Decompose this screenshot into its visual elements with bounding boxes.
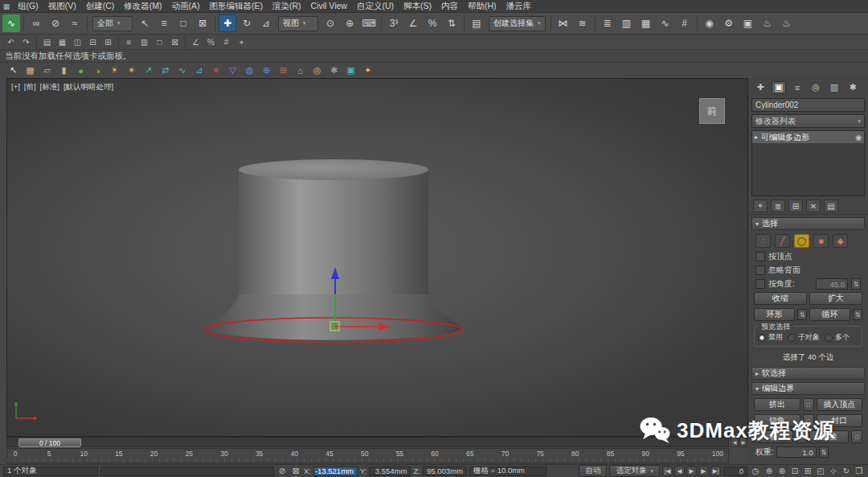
time-config-icon[interactable]: ◷: [750, 466, 761, 476]
next-frame-icon[interactable]: ▶: [698, 466, 709, 476]
y-coordinate-field[interactable]: 3.554mm: [369, 467, 411, 476]
gear-icon[interactable]: ✱: [327, 64, 341, 76]
go-to-start-icon[interactable]: |◀: [662, 466, 673, 476]
current-frame-field[interactable]: 0: [723, 467, 747, 476]
swap-arrows-icon[interactable]: ⇄: [158, 64, 172, 76]
modifier-stack-item[interactable]: ▸ 可编辑多边形 ◉: [752, 131, 864, 143]
select-link-icon[interactable]: ∞: [27, 14, 45, 32]
sphere-icon[interactable]: ●: [74, 64, 88, 76]
show-end-result-icon[interactable]: ≣: [771, 199, 785, 212]
previous-frame-icon[interactable]: ◀: [674, 466, 685, 476]
menu-item[interactable]: 动画(A): [167, 1, 205, 12]
grid-object-icon[interactable]: ⊞: [276, 64, 290, 76]
viewport-pov-label[interactable]: [前]: [24, 82, 36, 93]
unlink-icon[interactable]: ⊘: [47, 14, 64, 32]
spinner-snap-icon[interactable]: ⇅: [443, 14, 461, 32]
menu-item[interactable]: 组(G): [13, 1, 43, 12]
rollout-soft-selection[interactable]: ▸ 软选择: [751, 367, 865, 380]
frame-icon[interactable]: □: [152, 36, 167, 48]
schematic-view-icon[interactable]: #: [676, 14, 694, 32]
go-to-end-icon[interactable]: ▶|: [710, 466, 721, 476]
max-logo-icon[interactable]: ∿: [2, 14, 20, 32]
create-tab-icon[interactable]: ✚: [753, 81, 768, 94]
cylinder-icon[interactable]: ▮: [57, 64, 71, 76]
expand-icon[interactable]: ⊞: [100, 36, 116, 48]
remove-modifier-icon[interactable]: ✕: [806, 199, 821, 212]
spline-icon[interactable]: ∿: [175, 64, 189, 76]
shrink-button[interactable]: 收缩: [754, 292, 807, 305]
preview-off-radio[interactable]: 禁用: [758, 332, 783, 343]
vertex-icon[interactable]: ∴: [755, 234, 771, 248]
ring-button[interactable]: 环形: [754, 308, 795, 321]
camera-icon[interactable]: ▣: [344, 64, 358, 76]
ribbon-panel-icon[interactable]: ▦: [55, 36, 70, 48]
hash-grid-icon[interactable]: #: [219, 36, 234, 48]
curve-editor-icon[interactable]: ∿: [657, 14, 674, 32]
configure-modifier-sets-icon[interactable]: ▤: [824, 199, 838, 212]
auto-key-button[interactable]: 自动: [579, 465, 607, 477]
menu-item[interactable]: 脚本(S): [399, 1, 436, 12]
bind-spacewarp-icon[interactable]: ≈: [66, 14, 84, 32]
play-icon[interactable]: ▶: [686, 466, 697, 476]
star-icon[interactable]: ✶: [125, 64, 138, 76]
rollout-edit-borders[interactable]: ▾ 编辑边界: [751, 382, 865, 395]
select-manipulate-icon[interactable]: ⊕: [341, 14, 358, 32]
time-slider-track[interactable]: 0 / 100: [6, 437, 729, 447]
box-icon[interactable]: ▦: [23, 64, 37, 76]
by-angle-checkbox[interactable]: [755, 279, 765, 289]
utilities-tab-icon[interactable]: ✱: [845, 81, 860, 94]
rollout-selection[interactable]: ▾ 选择: [751, 217, 865, 230]
angle-icon[interactable]: ∠: [188, 36, 203, 48]
split-view-icon[interactable]: ◫: [70, 36, 85, 48]
modifier-stack[interactable]: ▸ 可编辑多边形 ◉: [751, 130, 865, 196]
layer-explorer-icon[interactable]: ▥: [618, 14, 636, 32]
object-name-field[interactable]: Cylinder002: [751, 98, 865, 112]
viewport-shading-label[interactable]: [默认明暗处理]: [63, 82, 113, 93]
select-scale-icon[interactable]: ⊿: [257, 14, 275, 32]
ins​ert-vertex-button[interactable]: 插入顶点: [817, 398, 863, 411]
viewport-menu-plus[interactable]: [+]: [11, 82, 20, 93]
weight-value-field[interactable]: 1.0: [776, 446, 817, 458]
plane-icon[interactable]: ▱: [40, 64, 54, 76]
maximize-viewport-icon[interactable]: ❒: [854, 466, 865, 476]
loop-spinner[interactable]: ⇅: [853, 309, 862, 320]
geosphere-icon[interactable]: ◑: [91, 64, 104, 76]
align-icon[interactable]: ≋: [574, 14, 592, 32]
select-move-icon[interactable]: ✚: [219, 14, 236, 32]
modify-tab-icon[interactable]: ▣: [772, 81, 786, 94]
viewport-front[interactable]: [+] [前] [标准] [默认明暗处理] 前: [6, 78, 748, 437]
atom-icon[interactable]: ✳: [209, 64, 223, 76]
crossing-box-icon[interactable]: ⊠: [167, 36, 182, 48]
ring-spinner[interactable]: ⇅: [797, 309, 807, 320]
track-bar[interactable]: 0510152025303540455055606570758085909510…: [6, 448, 729, 463]
grow-button[interactable]: 扩大: [809, 292, 862, 305]
menu-item[interactable]: 图形编辑器(E): [205, 1, 268, 12]
hierarchy-tab-icon[interactable]: ≡: [790, 81, 805, 94]
snap-toggle-icon[interactable]: 3³: [385, 14, 403, 32]
flask-icon[interactable]: ▽: [226, 64, 240, 76]
angle-snap-icon[interactable]: ∠: [404, 14, 422, 32]
sun-icon[interactable]: ☀: [108, 64, 121, 76]
rendered-frame-icon[interactable]: ▣: [739, 14, 757, 32]
layer-list-icon[interactable]: ▤: [39, 36, 55, 48]
expand-arrow-icon[interactable]: ▸: [755, 134, 758, 141]
zoom-extents-icon[interactable]: ⊡: [789, 466, 800, 476]
orbit-icon[interactable]: ↻: [841, 466, 852, 476]
compound-icon[interactable]: ⊕: [260, 64, 273, 76]
connect-settings-button[interactable]: □: [851, 430, 862, 443]
menu-item[interactable]: 帮助(H): [463, 1, 502, 12]
reference-coordinate-dropdown[interactable]: 视图▾: [278, 16, 318, 31]
column-view-icon[interactable]: ▥: [137, 36, 152, 48]
selection-lock-icon[interactable]: ⊠: [290, 466, 301, 476]
house-icon[interactable]: ⌂: [293, 64, 307, 76]
scene-explorer-icon[interactable]: ≣: [599, 14, 616, 32]
pan-icon[interactable]: ⊹: [828, 466, 839, 476]
select-by-name-icon[interactable]: ≡: [155, 14, 173, 32]
x-coordinate-field[interactable]: -13.521mm: [313, 467, 358, 476]
arrow-icon[interactable]: ↗: [141, 64, 155, 76]
light-icon[interactable]: ✦: [361, 64, 375, 76]
menu-item[interactable]: 自定义(U): [352, 1, 399, 12]
menu-item[interactable]: 修改器(M): [119, 1, 166, 12]
app-menu-icon[interactable]: ▦: [0, 2, 13, 10]
extrude-settings-button[interactable]: □: [803, 398, 814, 411]
